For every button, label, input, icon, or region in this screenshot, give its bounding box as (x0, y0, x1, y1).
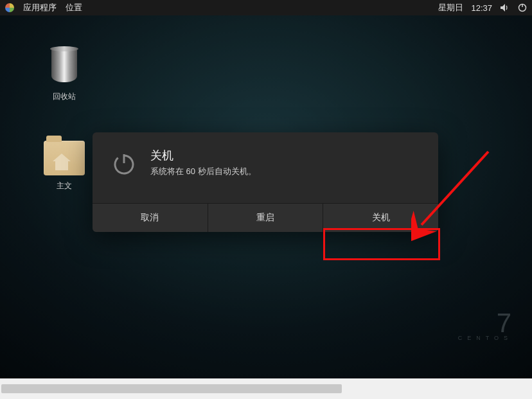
home-folder-desktop-icon[interactable]: 主文 (39, 141, 90, 191)
clock-day[interactable]: 星期日 (438, 2, 463, 13)
power-menu-icon[interactable] (518, 3, 527, 12)
trash-bin-icon (45, 45, 84, 86)
distro-name: CENTOS (458, 335, 513, 341)
top-menubar: 应用程序 位置 星期日 12:37 (0, 0, 532, 15)
menu-places[interactable]: 位置 (66, 2, 82, 13)
scrollbar-thumb[interactable] (1, 384, 342, 393)
shutdown-dialog: 关机 系统将在 60 秒后自动关机。 取消 重启 关机 (93, 132, 438, 232)
menu-applications[interactable]: 应用程序 (23, 2, 57, 13)
distro-logo-icon (5, 3, 14, 12)
dialog-message: 系统将在 60 秒后自动关机。 (150, 166, 256, 177)
volume-icon[interactable] (500, 3, 510, 12)
home-folder-label: 主文 (57, 181, 72, 191)
restart-button[interactable]: 重启 (208, 204, 324, 232)
trash-desktop-icon[interactable]: 回收站 (39, 45, 90, 102)
home-folder-icon (44, 141, 85, 175)
power-icon (111, 150, 137, 177)
annotation-highlight (323, 228, 440, 260)
shutdown-button[interactable]: 关机 (323, 204, 438, 232)
clock-time[interactable]: 12:37 (471, 3, 492, 13)
distro-version: 7 (458, 308, 513, 339)
horizontal-scrollbar[interactable] (0, 378, 532, 399)
desktop-background: 应用程序 位置 星期日 12:37 回收站 主文 7 CENTOS (0, 0, 532, 399)
trash-label: 回收站 (53, 91, 76, 102)
dialog-title: 关机 (150, 148, 256, 163)
cancel-button[interactable]: 取消 (93, 204, 208, 232)
dialog-button-row: 取消 重启 关机 (93, 203, 438, 232)
distro-watermark: 7 CENTOS (458, 308, 513, 341)
